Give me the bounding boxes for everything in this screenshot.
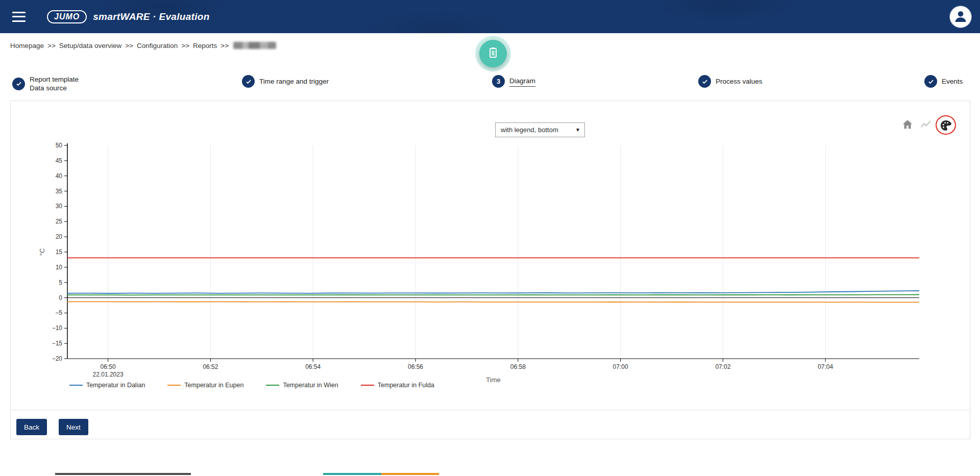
- step-label-current: Diagram: [509, 77, 535, 87]
- legend-swatch: [69, 385, 83, 386]
- step-done-check-icon: [242, 75, 255, 88]
- stepper-step-diagram[interactable]: 3 Diagram: [492, 75, 535, 88]
- svg-text:5: 5: [59, 279, 62, 286]
- brand: JUMO smartWARE · Evaluation: [47, 10, 210, 23]
- menu-icon[interactable]: [12, 12, 26, 22]
- svg-text:06:50: 06:50: [101, 363, 116, 370]
- breadcrumb-redacted-report-name: [233, 42, 276, 49]
- svg-text:06:54: 06:54: [305, 363, 321, 370]
- legend-label: Temperatur in Wien: [283, 382, 338, 389]
- svg-text:40: 40: [56, 172, 63, 180]
- svg-text:22.01.2023: 22.01.2023: [93, 371, 124, 378]
- step-label: Report template Data source: [30, 75, 79, 92]
- user-avatar[interactable]: [950, 6, 971, 28]
- legend-label: Temperatur in Fulda: [378, 382, 434, 389]
- svg-text:25: 25: [56, 218, 63, 225]
- svg-text:45: 45: [56, 157, 63, 164]
- svg-text:07:00: 07:00: [613, 363, 628, 370]
- bottom-partial-segment: [381, 473, 439, 475]
- legend-item[interactable]: Temperatur in Fulda: [361, 382, 434, 389]
- bottom-partial-chart: [0, 473, 980, 476]
- legend-item[interactable]: Temperatur in Dalian: [69, 382, 145, 389]
- breadcrumb-separator: >>: [47, 42, 56, 49]
- clipboard-report-icon: [486, 46, 500, 61]
- step-done-check-icon: [924, 75, 937, 88]
- svg-text:−15: −15: [52, 340, 63, 347]
- legend-swatch: [361, 385, 374, 386]
- svg-text:07:04: 07:04: [818, 363, 833, 370]
- legend-item[interactable]: Temperatur in Wien: [266, 382, 338, 389]
- svg-text:07:02: 07:02: [715, 363, 730, 370]
- bottom-partial-segment: [323, 473, 381, 475]
- svg-text:50: 50: [56, 142, 63, 149]
- step-number-badge: 3: [492, 75, 505, 88]
- svg-text:35: 35: [56, 188, 63, 195]
- step-done-check-icon: [12, 78, 25, 90]
- breadcrumb-homepage[interactable]: Homepage: [10, 42, 44, 49]
- wizard-stepper: Report template Data source Time range a…: [0, 65, 980, 98]
- svg-text:°C: °C: [38, 248, 46, 256]
- report-fab-button[interactable]: [479, 40, 507, 67]
- top-app-bar: JUMO smartWARE · Evaluation: [0, 0, 980, 33]
- footer-divider: [11, 410, 970, 410]
- temperature-line-chart[interactable]: 06:5022.01.202306:5206:5406:5606:5807:00…: [11, 121, 971, 397]
- step-done-check-icon: [698, 75, 711, 88]
- svg-text:15: 15: [56, 248, 63, 256]
- svg-text:06:58: 06:58: [510, 363, 526, 370]
- diagram-panel: with legend, bottom 06:5022.01.202306:52…: [10, 101, 970, 439]
- breadcrumb-reports[interactable]: Reports: [193, 42, 217, 49]
- svg-text:10: 10: [56, 264, 63, 271]
- back-button[interactable]: Back: [16, 419, 47, 435]
- breadcrumb-configuration[interactable]: Configuration: [137, 42, 178, 49]
- legend-swatch: [266, 385, 279, 386]
- svg-text:30: 30: [56, 203, 63, 210]
- legend-item[interactable]: Temperatur in Eupen: [167, 382, 243, 389]
- svg-text:06:56: 06:56: [408, 363, 423, 370]
- stepper-step-events[interactable]: Events: [924, 75, 963, 88]
- legend-swatch: [167, 385, 181, 386]
- stepper-step-time-range[interactable]: Time range and trigger: [242, 75, 329, 88]
- step-label: Process values: [716, 77, 763, 86]
- legend-label: Temperatur in Dalian: [86, 382, 145, 389]
- breadcrumb-separator: >>: [220, 42, 229, 49]
- breadcrumb-separator: >>: [125, 42, 133, 49]
- step-label: Events: [942, 77, 963, 86]
- breadcrumb-setup-data-overview[interactable]: Setup/data overview: [59, 42, 121, 49]
- chart-legend: Temperatur in DalianTemperatur in EupenT…: [69, 382, 434, 389]
- stepper-step-process-values[interactable]: Process values: [698, 75, 763, 88]
- svg-text:−20: −20: [52, 355, 63, 362]
- svg-text:06:52: 06:52: [203, 363, 218, 370]
- legend-label: Temperatur in Eupen: [184, 382, 243, 389]
- svg-text:−5: −5: [55, 309, 62, 316]
- svg-text:0: 0: [59, 294, 62, 302]
- svg-text:20: 20: [56, 233, 63, 240]
- breadcrumb-separator: >>: [181, 42, 189, 49]
- avatar-person-icon: [953, 8, 968, 26]
- app-title: smartWARE · Evaluation: [93, 11, 209, 22]
- svg-text:Time: Time: [486, 376, 500, 384]
- bottom-partial-segment: [55, 473, 191, 475]
- stepper-step-report-template[interactable]: Report template Data source: [12, 75, 79, 92]
- svg-text:−10: −10: [52, 324, 63, 332]
- step-label: Time range and trigger: [259, 77, 329, 86]
- jumo-logo: JUMO: [47, 10, 87, 23]
- next-button[interactable]: Next: [59, 419, 88, 435]
